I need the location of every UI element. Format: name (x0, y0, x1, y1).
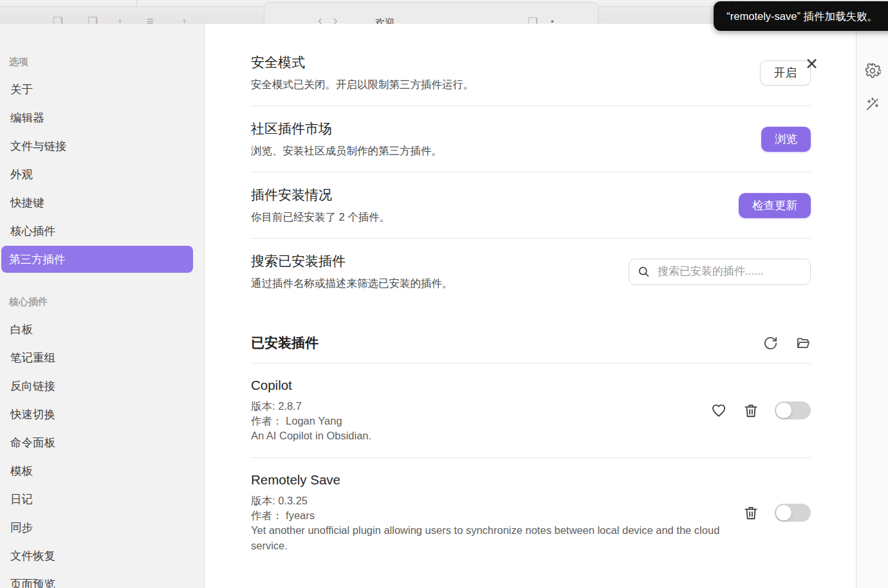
sidebar-item-templates[interactable]: 模板 (1, 457, 203, 484)
right-ribbon (856, 24, 888, 588)
plugin-enable-toggle[interactable] (775, 504, 811, 522)
search-plugins-desc: 通过插件名称或描述来筛选已安装的插件。 (251, 277, 613, 291)
background-toolbar-icon: ↑ (181, 16, 187, 24)
search-icon (637, 265, 651, 279)
sidebar-header-core-plugins: 核心插件 (0, 289, 204, 315)
settings-sidebar: 选项 关于 编辑器 文件与链接 外观 快捷键 核心插件 第三方插件 核心插件 白… (0, 24, 205, 588)
reload-plugins-icon[interactable] (763, 336, 778, 351)
donate-heart-icon[interactable] (710, 402, 727, 419)
plugin-name: Copilot (251, 378, 695, 393)
plugin-search-box (629, 259, 811, 285)
sidebar-item-hotkeys[interactable]: 快捷键 (1, 189, 203, 216)
settings-gear-icon[interactable] (864, 62, 881, 79)
close-icon[interactable]: ✕ (805, 55, 819, 73)
sidebar-item-note-composer[interactable]: 笔记重组 (1, 344, 203, 371)
sidebar-item-backlinks[interactable]: 反向链接 (1, 372, 203, 400)
search-plugins-title: 搜索已安装插件 (251, 252, 613, 270)
browse-plugins-button[interactable]: 浏览 (761, 127, 811, 152)
install-status-desc: 你目前已经安装了 2 个插件。 (251, 210, 723, 225)
background-toolbar-icon: ≡ (147, 15, 154, 24)
uninstall-trash-icon[interactable] (743, 504, 759, 521)
toast-notification[interactable]: “remotely-save” 插件加载失败。 (714, 1, 888, 31)
background-active-tab (264, 2, 598, 24)
plugin-search-input[interactable] (658, 265, 802, 278)
plugin-author: 作者： Logan Yang (251, 414, 695, 428)
reading-mode-icon: ❏ (528, 16, 538, 24)
safe-mode-desc: 安全模式已关闭。开启以限制第三方插件运行。 (251, 78, 745, 92)
sidebar-item-file-recovery[interactable]: 文件恢复 (1, 542, 203, 569)
toggle-knob (776, 505, 791, 520)
toggle-knob (776, 403, 791, 418)
sidebar-item-third-party-plugins[interactable]: 第三方插件 (1, 246, 193, 273)
sidebar-item-sync[interactable]: 同步 (1, 514, 203, 541)
forward-arrow-icon: › (333, 14, 338, 24)
sidebar-item-about[interactable]: 关于 (1, 76, 203, 103)
open-plugins-folder-icon[interactable] (796, 336, 811, 351)
background-tab-title: 欢迎 (375, 17, 394, 24)
sidebar-item-appearance[interactable]: 外观 (1, 161, 203, 188)
toast-message: “remotely-save” 插件加载失败。 (726, 10, 878, 22)
back-arrow-icon: ‹ (318, 14, 322, 24)
plugin-row-copilot: Copilot 版本: 2.8.7 作者： Logan Yang An AI C… (251, 363, 811, 458)
sidebar-item-core-plugins[interactable]: 核心插件 (1, 217, 203, 244)
sidebar-item-editor[interactable]: 编辑器 (1, 104, 203, 131)
background-toolbar-icon: ❏ (88, 15, 98, 24)
installed-plugins-title: 已安装插件 (251, 334, 319, 352)
plugin-name: Remotely Save (251, 472, 727, 488)
sidebar-item-files-links[interactable]: 文件与链接 (1, 133, 203, 160)
uninstall-trash-icon[interactable] (743, 402, 759, 419)
sidebar-item-command-palette[interactable]: 命令面板 (1, 429, 203, 456)
sidebar-item-daily-notes[interactable]: 日记 (1, 486, 203, 513)
sidebar-item-quick-switcher[interactable]: 快速切换 (1, 401, 203, 428)
sidebar-item-canvas[interactable]: 白板 (1, 316, 203, 343)
installed-plugins-header-row: 已安装插件 (251, 334, 811, 363)
tab-separator (136, 0, 137, 6)
plugin-description: An AI Copilot in Obsidian. (251, 428, 695, 443)
enable-safe-mode-button[interactable]: 开启 (760, 60, 811, 86)
plugin-description: Yet another unofficial plugin allowing u… (251, 523, 727, 553)
install-status-title: 插件安装情况 (251, 186, 723, 204)
setting-row-search-plugins: 搜索已安装插件 通过插件名称或描述来筛选已安装的插件。 (251, 239, 811, 304)
more-options-icon: • (551, 17, 554, 24)
background-toolbar-icon: ↑ (117, 16, 123, 24)
background-toolbar-icon: ❏ (53, 15, 63, 24)
setting-row-safe-mode: 安全模式 安全模式已关闭。开启以限制第三方插件运行。 开启 (251, 40, 811, 106)
sidebar-item-page-preview[interactable]: 页面预览 (1, 571, 203, 588)
check-updates-button[interactable]: 检查更新 (739, 193, 811, 218)
settings-content: ✕ 安全模式 安全模式已关闭。开启以限制第三方插件运行。 开启 社区插件市场 浏… (205, 24, 856, 588)
plugin-author: 作者： fyears (251, 508, 727, 523)
safe-mode-title: 安全模式 (251, 53, 745, 71)
sidebar-header-options: 选项 (0, 50, 204, 75)
magic-wand-icon[interactable] (864, 96, 881, 113)
plugin-row-remotely-save: Remotely Save 版本: 0.3.25 作者： fyears Yet … (251, 458, 811, 567)
plugin-version: 版本: 2.8.7 (251, 399, 695, 414)
setting-row-community-market: 社区插件市场 浏览、安装社区成员制作的第三方插件。 浏览 (251, 106, 811, 172)
plugin-enable-toggle[interactable] (775, 401, 811, 419)
plugin-version: 版本: 0.3.25 (251, 493, 727, 508)
setting-row-install-status: 插件安装情况 你目前已经安装了 2 个插件。 检查更新 (251, 172, 811, 239)
community-market-title: 社区插件市场 (251, 120, 746, 138)
community-market-desc: 浏览、安装社区成员制作的第三方插件。 (251, 144, 746, 158)
